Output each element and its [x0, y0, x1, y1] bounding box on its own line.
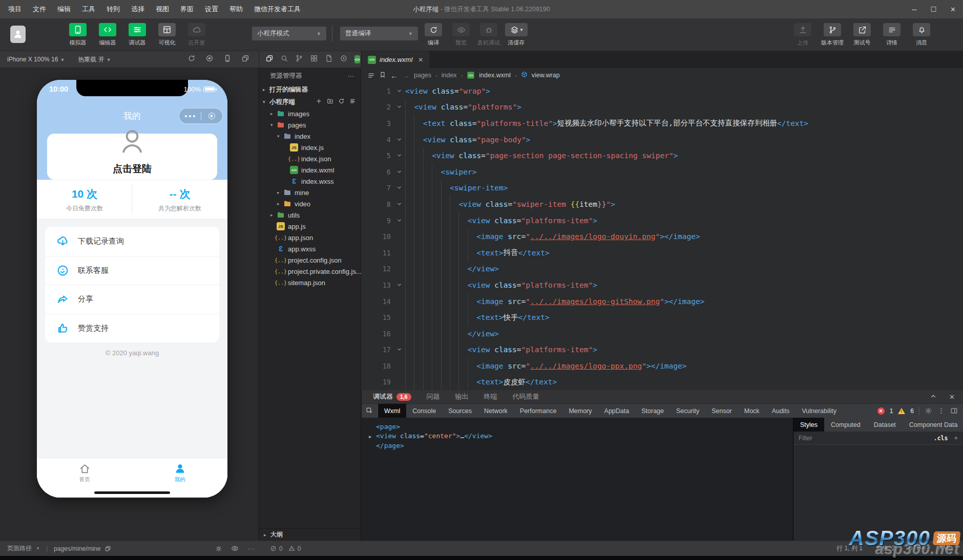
- menu-item[interactable]: 项目: [8, 5, 22, 14]
- breadcrumb-item[interactable]: view.wrap: [532, 72, 560, 79]
- eye-icon[interactable]: [231, 545, 239, 552]
- sim-device-button[interactable]: [223, 54, 232, 64]
- fold-chevron-icon[interactable]: [393, 87, 405, 95]
- tree-item-video[interactable]: ▸video: [259, 198, 361, 209]
- fold-chevron-icon[interactable]: [393, 168, 405, 176]
- menu-item[interactable]: 微信开发者工具: [254, 5, 301, 14]
- strip-search-button[interactable]: [280, 54, 288, 64]
- page-path-value[interactable]: pages/mine/mine: [54, 545, 100, 552]
- menu-item[interactable]: 编辑: [57, 5, 71, 14]
- styles-tab-component-data[interactable]: Component Data: [903, 418, 963, 432]
- tree-item-index.wxml[interactable]: </>index.wxml: [259, 164, 361, 176]
- tree-item-app.json[interactable]: {..}app.json: [259, 232, 361, 243]
- code-area[interactable]: 1<view class="wrap">2<view class="platfo…: [361, 82, 963, 390]
- compile-button[interactable]: 编译: [422, 23, 445, 47]
- strip-extensions-button[interactable]: [310, 54, 318, 64]
- login-button[interactable]: 点击登陆: [47, 162, 217, 176]
- menu-item[interactable]: 选择: [131, 5, 144, 14]
- close-button[interactable]: ✕: [950, 6, 956, 13]
- status-item[interactable]: UTF-8: [908, 544, 926, 553]
- sim-rotate-button[interactable]: [187, 54, 196, 64]
- devtools-tab-security[interactable]: Security: [670, 404, 705, 418]
- gear-icon[interactable]: [925, 407, 932, 415]
- menu-item-thumb[interactable]: 赞赏支持: [45, 314, 219, 343]
- preview-button[interactable]: 预览: [450, 23, 472, 47]
- menu-item[interactable]: 设置: [205, 5, 218, 14]
- breadcrumb-item[interactable]: index: [442, 72, 457, 79]
- panel-tab-other[interactable]: 终端: [484, 392, 497, 401]
- tree-item-images[interactable]: ▸images: [259, 108, 361, 119]
- device-select[interactable]: iPhone X 100% 16▼: [7, 56, 65, 63]
- outline-section[interactable]: ▸大纲: [259, 528, 361, 541]
- tab-index-wxml[interactable]: </> index.wxml ✕: [362, 51, 429, 68]
- status-item[interactable]: XML: [939, 544, 952, 553]
- simulator-button[interactable]: 模拟器: [66, 23, 90, 47]
- cloud-dev-button[interactable]: 云开发: [184, 23, 209, 47]
- fold-chevron-icon[interactable]: [393, 200, 405, 208]
- devtools-tab-storage[interactable]: Storage: [635, 404, 670, 418]
- tree-item-app.js[interactable]: JSapp.js: [259, 221, 361, 232]
- dock-panel-icon[interactable]: [950, 407, 958, 415]
- tree-item-mine[interactable]: ▸mine: [259, 187, 361, 198]
- section-project-root[interactable]: ▾小程序端: [259, 96, 361, 108]
- details-button[interactable]: 详情: [879, 23, 905, 47]
- sim-overlap-button[interactable]: [241, 54, 249, 64]
- devtools-tab-memory[interactable]: Memory: [562, 404, 598, 418]
- styles-tab-computed[interactable]: Computed: [824, 418, 867, 432]
- styles-tab-dataset[interactable]: Dataset: [867, 418, 903, 432]
- styles-tab-styles[interactable]: Styles: [793, 418, 824, 432]
- maximize-button[interactable]: ☐: [930, 6, 936, 13]
- tree-item-sitemap.json[interactable]: {..}sitemap.json: [259, 277, 361, 288]
- fold-chevron-icon[interactable]: [393, 136, 405, 144]
- hot-reload-toggle[interactable]: 热重载 开▼: [78, 55, 111, 64]
- fold-chevron-icon[interactable]: [393, 103, 405, 111]
- menu-item[interactable]: 工具: [82, 5, 95, 14]
- section-open-editors[interactable]: ▸打开的编辑器: [259, 83, 361, 96]
- tree-item-index.json[interactable]: {..}index.json: [259, 153, 361, 164]
- menu-item[interactable]: 界面: [180, 5, 194, 14]
- collapse-button[interactable]: [349, 98, 356, 106]
- devtools-tab-sources[interactable]: Sources: [442, 404, 478, 418]
- fold-chevron-icon[interactable]: [393, 184, 405, 192]
- expand-arrow-icon[interactable]: ▶: [369, 432, 376, 441]
- bookmark-icon[interactable]: [379, 71, 386, 80]
- tree-item-index[interactable]: ▾index: [259, 131, 361, 142]
- mode-select[interactable]: 小程序模式▼: [252, 27, 326, 40]
- plus-button[interactable]: [316, 98, 322, 106]
- fold-chevron-icon[interactable]: [393, 346, 405, 354]
- tree-item-pages[interactable]: ▾pages: [259, 119, 361, 131]
- phone-simulator[interactable]: 10:00 100% 我的 点击登陆 10 次今日免费次数-- 次共为您解析次数…: [37, 80, 227, 498]
- clear-cache-button[interactable]: ▾清缓存: [505, 23, 528, 47]
- filter-input[interactable]: Filter: [799, 435, 812, 442]
- close-panel-icon[interactable]: ✕: [949, 393, 955, 401]
- breadcrumb-item[interactable]: pages: [414, 72, 431, 79]
- devtools-tab-console[interactable]: Console: [406, 404, 442, 418]
- tree-item-app.wxss[interactable]: 3app.wxss: [259, 243, 361, 254]
- tree-item-index.js[interactable]: JSindex.js: [259, 142, 361, 153]
- upload-button[interactable]: 上传: [790, 23, 815, 47]
- tree-item-project.config.json[interactable]: {..}project.config.json: [259, 254, 361, 266]
- wxml-node[interactable]: <page>: [369, 422, 793, 432]
- wxml-node[interactable]: ▶<view class="center">…</view>: [369, 432, 793, 441]
- menu-item-clouddown[interactable]: 下载记录查询: [45, 227, 219, 256]
- menu-item[interactable]: 帮助: [229, 5, 243, 14]
- panel-tab-other[interactable]: 代码质量: [513, 392, 539, 401]
- test-account-button[interactable]: 测试号: [849, 23, 875, 47]
- kebab-menu-icon[interactable]: [937, 407, 945, 415]
- problems-summary[interactable]: 0 0: [270, 545, 301, 552]
- status-item[interactable]: 空格: 2: [876, 544, 895, 553]
- tree-item-project.private.config.js...[interactable]: {..}project.private.config.js...: [259, 266, 361, 277]
- capsule-menu[interactable]: [179, 108, 223, 124]
- devtools-tab-sensor[interactable]: Sensor: [705, 404, 738, 418]
- close-tab-icon[interactable]: ✕: [418, 56, 423, 63]
- strip-files-button[interactable]: [265, 54, 274, 64]
- menu-item[interactable]: 转到: [107, 5, 120, 14]
- page-path-label[interactable]: 页面路径: [7, 544, 32, 553]
- strip-paint-button[interactable]: [340, 54, 348, 64]
- strip-branch-button[interactable]: [295, 54, 303, 64]
- minimize-button[interactable]: ─: [912, 6, 916, 13]
- visualize-button[interactable]: 可视化: [155, 23, 179, 47]
- menu-item-headset[interactable]: 联系客服: [45, 256, 219, 285]
- panel-tab-debugger[interactable]: 调试器1,6: [373, 392, 411, 401]
- sim-record-button[interactable]: [205, 54, 214, 64]
